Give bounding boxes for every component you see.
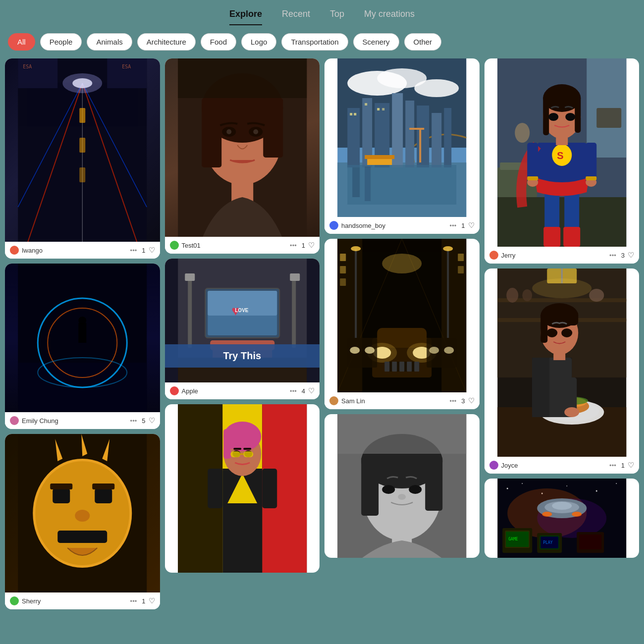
- svg-rect-132: [340, 266, 346, 273]
- more-icon-test01[interactable]: •••: [290, 242, 297, 249]
- card-robot[interactable]: Sherry ••• 1 ♡: [5, 434, 160, 609]
- svg-rect-91: [350, 113, 352, 115]
- avatar-samlin: [329, 396, 338, 405]
- card-portrait-bw[interactable]: [324, 414, 480, 558]
- svg-rect-37: [202, 98, 221, 167]
- more-icon-handsome[interactable]: •••: [450, 222, 457, 229]
- heart-icon-emily[interactable]: ♡: [149, 416, 155, 425]
- card-superhero-woman[interactable]: [165, 404, 320, 573]
- svg-rect-26: [95, 488, 112, 503]
- card-supergirl[interactable]: S: [484, 58, 640, 264]
- filter-scenery[interactable]: Scenery: [353, 33, 399, 51]
- svg-rect-133: [340, 278, 346, 286]
- more-icon-sherry[interactable]: •••: [130, 597, 137, 605]
- svg-rect-169: [543, 96, 549, 135]
- svg-point-202: [564, 407, 579, 417]
- filter-logo[interactable]: Logo: [241, 33, 276, 51]
- filter-people[interactable]: People: [40, 33, 82, 51]
- like-count-jerry: 3: [621, 252, 625, 259]
- try-this-label[interactable]: Try This: [165, 344, 320, 368]
- heart-icon-joyce[interactable]: ♡: [628, 461, 634, 470]
- card-alley[interactable]: Sam Lin ••• 3 ♡: [324, 239, 480, 409]
- more-icon-apple[interactable]: •••: [290, 387, 297, 395]
- like-count-test01: 1: [302, 242, 305, 249]
- svg-rect-9: [79, 138, 85, 153]
- svg-point-179: [506, 288, 518, 303]
- svg-rect-88: [417, 106, 429, 167]
- svg-rect-67: [223, 429, 231, 459]
- svg-rect-44: [178, 58, 307, 98]
- card-neon[interactable]: Emily Chung ••• 5 ♡: [5, 264, 160, 429]
- svg-point-204: [506, 488, 508, 489]
- svg-point-207: [566, 485, 567, 486]
- svg-point-208: [595, 490, 597, 492]
- tab-top[interactable]: Top: [330, 9, 344, 25]
- avatar-handsome: [329, 221, 338, 230]
- svg-rect-25: [53, 488, 70, 503]
- avatar-test01: [170, 241, 179, 250]
- tab-explore[interactable]: Explore: [229, 9, 262, 25]
- like-count-apple: 4: [302, 387, 305, 395]
- username-sherry: Sherry: [22, 597, 127, 605]
- svg-rect-124: [414, 362, 419, 372]
- card-city[interactable]: handsome_boy ••• 1 ♡: [324, 58, 480, 234]
- filter-other[interactable]: Other: [404, 33, 442, 51]
- svg-rect-197: [540, 313, 547, 343]
- avatar-emily: [10, 416, 19, 425]
- svg-point-126: [350, 347, 360, 354]
- username-test01: Test01: [182, 242, 287, 249]
- tab-my-creations[interactable]: My creations: [364, 9, 415, 25]
- more-icon-joyce[interactable]: •••: [609, 462, 616, 469]
- card-woman1[interactable]: Test01 ••• 1 ♡: [165, 58, 320, 254]
- like-count-emily: 5: [142, 417, 145, 425]
- heart-icon-apple[interactable]: ♡: [308, 386, 315, 395]
- filter-all[interactable]: All: [8, 33, 35, 51]
- svg-point-180: [522, 289, 532, 301]
- svg-point-200: [561, 328, 572, 337]
- svg-text:PLAY: PLAY: [543, 540, 552, 545]
- svg-point-143: [409, 485, 422, 494]
- heart-icon-iwango[interactable]: ♡: [149, 246, 155, 255]
- svg-rect-11: [18, 58, 57, 88]
- svg-rect-8: [79, 108, 85, 123]
- card-woman-eating[interactable]: Joyce ••• 1 ♡: [484, 268, 640, 474]
- top-navigation: Explore Recent Top My creations: [0, 0, 644, 25]
- card-footer-robot: Sherry ••• 1 ♡: [5, 592, 160, 609]
- svg-rect-102: [409, 128, 424, 130]
- heart-icon-handsome[interactable]: ♡: [468, 221, 475, 230]
- svg-rect-100: [365, 155, 394, 159]
- svg-rect-122: [399, 362, 404, 372]
- svg-rect-104: [337, 239, 362, 392]
- more-icon-iwango[interactable]: •••: [130, 247, 137, 254]
- heart-icon-samlin[interactable]: ♡: [468, 396, 475, 405]
- svg-point-172: [565, 113, 575, 121]
- more-icon-emily[interactable]: •••: [130, 417, 137, 425]
- filter-animals[interactable]: Animals: [87, 33, 132, 51]
- svg-rect-97: [352, 167, 360, 197]
- svg-rect-222: [579, 535, 601, 549]
- heart-icon-test01[interactable]: ♡: [308, 241, 315, 250]
- heart-icon-sherry[interactable]: ♡: [149, 596, 155, 605]
- card-footer-jerry: Jerry ••• 3 ♡: [484, 247, 640, 264]
- filter-food[interactable]: Food: [201, 33, 236, 51]
- username-joyce: Joyce: [501, 462, 607, 469]
- svg-rect-87: [405, 101, 414, 167]
- card-try-this[interactable]: ♥ LOVE Try This Apple ••• 4 ♡: [165, 259, 320, 399]
- image-grid: ESA ESA Iwango ••• 1 ♡: [0, 58, 644, 619]
- username-iwango: Iwango: [22, 247, 127, 254]
- like-count-handsome: 1: [461, 222, 465, 229]
- filter-architecture[interactable]: Architecture: [137, 33, 196, 51]
- svg-rect-141: [425, 456, 442, 511]
- card-space[interactable]: GAME PLAY: [484, 479, 640, 558]
- svg-rect-58: [178, 259, 307, 358]
- heart-icon-jerry[interactable]: ♡: [628, 251, 634, 260]
- tab-recent[interactable]: Recent: [282, 9, 310, 25]
- more-icon-samlin[interactable]: •••: [450, 397, 457, 405]
- svg-point-20: [78, 317, 86, 324]
- svg-rect-73: [243, 451, 253, 457]
- more-icon-jerry[interactable]: •••: [609, 252, 616, 259]
- svg-rect-94: [377, 108, 379, 110]
- card-highway[interactable]: ESA ESA Iwango ••• 1 ♡: [5, 58, 160, 259]
- column-1: ESA ESA Iwango ••• 1 ♡: [5, 58, 160, 609]
- filter-transportation[interactable]: Transportation: [281, 33, 348, 51]
